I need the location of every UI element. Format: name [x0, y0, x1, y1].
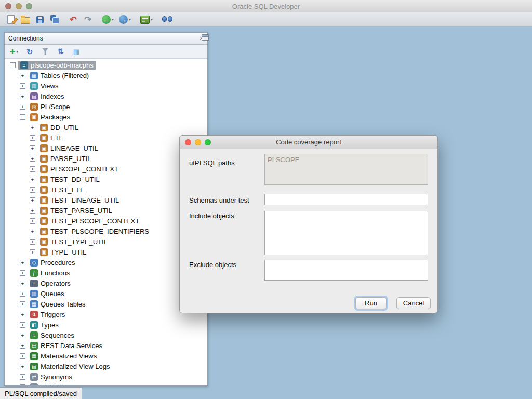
- tree-item-queues-tables[interactable]: +Queues Tables: [5, 299, 207, 309]
- tree-item-synonyms[interactable]: +Synonyms: [5, 371, 207, 382]
- dialog-close-button[interactable]: [185, 139, 191, 145]
- expand-icon[interactable]: +: [30, 166, 35, 172]
- tree-item-dd-util[interactable]: +DD_UTIL: [5, 122, 207, 132]
- expand-icon[interactable]: +: [30, 145, 35, 151]
- expand-icon[interactable]: +: [30, 187, 35, 193]
- minimize-window-button[interactable]: [16, 3, 22, 9]
- tree-item-sequences[interactable]: +Sequences: [5, 330, 207, 340]
- sort-button[interactable]: ⇅: [56, 46, 65, 57]
- connections-panel-header[interactable]: Connections ×: [5, 33, 207, 45]
- tree-item-plscope-odb-macphs[interactable]: −plscope-odb-macphs: [5, 60, 207, 70]
- expand-icon[interactable]: +: [20, 104, 25, 110]
- add-connection-button[interactable]: +▾: [9, 46, 19, 57]
- expand-icon[interactable]: +: [30, 177, 35, 182]
- tree-item-types[interactable]: +Types: [5, 320, 207, 330]
- refresh-button[interactable]: ↻: [25, 46, 34, 57]
- dialog-zoom-button[interactable]: [205, 139, 211, 145]
- tree-item-test-parse-util[interactable]: +TEST_PARSE_UTIL: [5, 205, 207, 216]
- expand-icon[interactable]: +: [20, 343, 25, 349]
- run-button[interactable]: Run: [355, 297, 387, 309]
- expand-icon[interactable]: +: [20, 332, 25, 338]
- tree-item-procedures[interactable]: +Procedures: [5, 257, 207, 268]
- tree-item-label: Tables (Filtered): [41, 72, 89, 79]
- tree-item-plscope-context[interactable]: +PLSCOPE_CONTEXT: [5, 164, 207, 174]
- expand-icon[interactable]: +: [30, 135, 35, 141]
- tree-item-packages[interactable]: −Packages: [5, 112, 207, 122]
- tree-item-public-synonyms[interactable]: +Public Synonyms: [5, 382, 207, 385]
- tree-item-materialized-view-logs[interactable]: +Materialized View Logs: [5, 361, 207, 371]
- tree-item-type-util[interactable]: +TYPE_UTIL: [5, 247, 207, 257]
- expand-icon[interactable]: +: [20, 270, 25, 276]
- sql-worksheet-button[interactable]: ▾: [140, 14, 153, 25]
- tree-item-functions[interactable]: +Functions: [5, 268, 207, 278]
- expand-icon[interactable]: +: [20, 301, 25, 307]
- dialog-titlebar[interactable]: Code coverage report: [180, 136, 437, 149]
- tree-item-label: TEST_PARSE_UTIL: [50, 207, 112, 215]
- tree-item-pl-scope[interactable]: +PL/Scope: [5, 101, 207, 112]
- undo-button[interactable]: ↶: [69, 14, 78, 25]
- expand-icon[interactable]: +: [30, 208, 35, 214]
- close-window-button[interactable]: [5, 3, 11, 9]
- tree-item-indexes[interactable]: +Indexes: [5, 91, 207, 101]
- back-button[interactable]: ←▾: [102, 14, 114, 25]
- tree-item-triggers[interactable]: +Triggers: [5, 309, 207, 320]
- apply-filter-button[interactable]: [41, 46, 50, 57]
- new-file-button[interactable]: [6, 14, 16, 25]
- tree-item-test-type-util[interactable]: +TEST_TYPE_UTIL: [5, 236, 207, 247]
- dialog-minimize-button[interactable]: [195, 139, 201, 145]
- open-file-button[interactable]: [21, 14, 30, 25]
- tree-item-label: LINEAGE_UTIL: [50, 144, 98, 152]
- expand-icon[interactable]: +: [20, 353, 25, 359]
- expand-icon[interactable]: +: [20, 281, 25, 286]
- expand-icon[interactable]: +: [20, 312, 25, 317]
- expand-icon[interactable]: +: [20, 374, 25, 380]
- cancel-button[interactable]: Cancel: [396, 297, 431, 309]
- tree-item-test-lineage-util[interactable]: +TEST_LINEAGE_UTIL: [5, 195, 207, 205]
- expand-icon[interactable]: +: [20, 83, 25, 89]
- tree-item-lineage-util[interactable]: +LINEAGE_UTIL: [5, 143, 207, 153]
- include-objects-field[interactable]: [264, 211, 428, 255]
- tree-item-content: Indexes: [28, 92, 66, 101]
- tree-item-test-dd-util[interactable]: +TEST_DD_UTIL: [5, 174, 207, 184]
- tree-item-queues[interactable]: +Queues: [5, 288, 207, 299]
- forward-button[interactable]: →▾: [119, 14, 131, 25]
- tree-item-rest-data-services[interactable]: +REST Data Services: [5, 340, 207, 351]
- tree-item-operators[interactable]: +Operators: [5, 278, 207, 288]
- expand-icon[interactable]: +: [30, 197, 35, 203]
- expand-icon[interactable]: +: [20, 73, 25, 78]
- zoom-window-button[interactable]: [26, 3, 32, 9]
- expand-icon[interactable]: +: [30, 249, 35, 255]
- expand-icon[interactable]: +: [30, 156, 35, 162]
- expand-icon[interactable]: +: [20, 384, 25, 386]
- package-icon: [40, 144, 48, 152]
- tree-item-materialized-views[interactable]: +Materialized Views: [5, 351, 207, 361]
- tree-item-test-etl[interactable]: +TEST_ETL: [5, 184, 207, 195]
- tree-item-test-plscope-identifiers[interactable]: +TEST_PLSCOPE_IDENTIFIERS: [5, 226, 207, 236]
- connections-tree[interactable]: −plscope-odb-macphs+Tables (Filtered)+Vi…: [5, 59, 207, 385]
- collapse-icon[interactable]: −: [10, 62, 16, 68]
- find-db-object-button[interactable]: [162, 14, 172, 25]
- restore-panel-button[interactable]: [202, 34, 209, 41]
- expand-icon[interactable]: +: [30, 125, 35, 130]
- collapse-icon[interactable]: −: [20, 114, 25, 120]
- split-view-button[interactable]: ▥: [72, 46, 81, 57]
- expand-icon[interactable]: +: [20, 291, 25, 297]
- save-button[interactable]: [35, 14, 45, 25]
- tree-item-views[interactable]: +Views: [5, 81, 207, 91]
- expand-icon[interactable]: +: [30, 229, 35, 234]
- expand-icon[interactable]: +: [30, 239, 35, 245]
- expand-icon[interactable]: +: [20, 322, 25, 328]
- redo-button[interactable]: ↷: [83, 14, 92, 25]
- save-all-button[interactable]: [50, 14, 59, 25]
- back-dropdown-icon: ▾: [112, 17, 114, 22]
- tree-item-tables-filtered[interactable]: +Tables (Filtered): [5, 70, 207, 81]
- tree-item-etl[interactable]: +ETL: [5, 132, 207, 143]
- schemas-under-test-input[interactable]: [264, 194, 428, 205]
- exclude-objects-field[interactable]: [264, 260, 428, 281]
- expand-icon[interactable]: +: [30, 218, 35, 224]
- tree-item-test-plscope-context[interactable]: +TEST_PLSCOPE_CONTEXT: [5, 216, 207, 226]
- tree-item-parse-util[interactable]: +PARSE_UTIL: [5, 153, 207, 164]
- expand-icon[interactable]: +: [20, 364, 25, 369]
- expand-icon[interactable]: +: [20, 94, 25, 99]
- expand-icon[interactable]: +: [20, 260, 25, 265]
